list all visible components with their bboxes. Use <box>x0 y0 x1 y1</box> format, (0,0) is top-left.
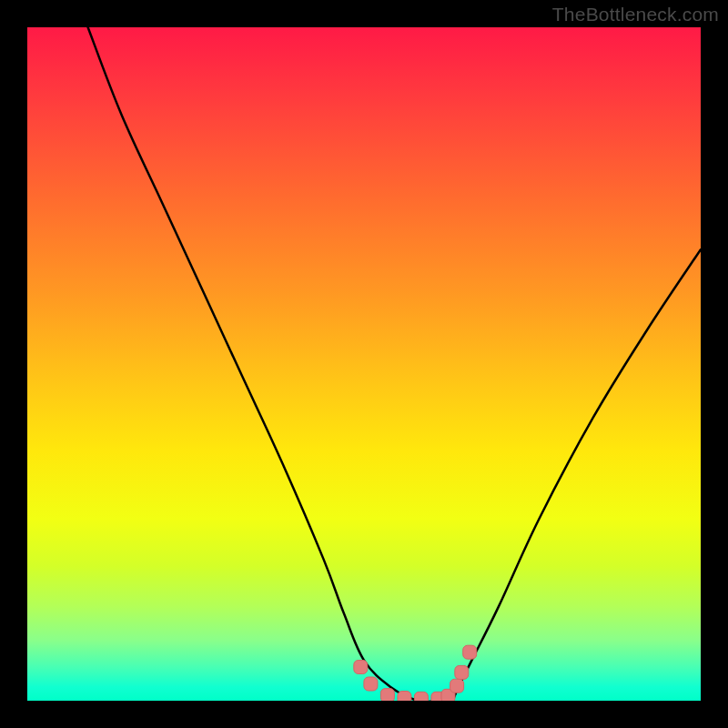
plot-area <box>27 27 701 701</box>
valley-marker <box>398 692 411 702</box>
valley-marker <box>414 692 428 701</box>
curve-layer <box>27 27 701 701</box>
valley-marker <box>364 677 378 691</box>
bottleneck-curve <box>88 27 701 701</box>
chart-frame: TheBottleneck.com <box>0 0 728 728</box>
valley-marker <box>380 689 394 701</box>
valley-marker <box>463 645 477 659</box>
valley-marker <box>455 665 469 679</box>
valley-markers <box>354 645 477 701</box>
watermark-text: TheBottleneck.com <box>552 4 719 25</box>
valley-marker <box>354 661 368 674</box>
valley-marker <box>450 679 464 693</box>
